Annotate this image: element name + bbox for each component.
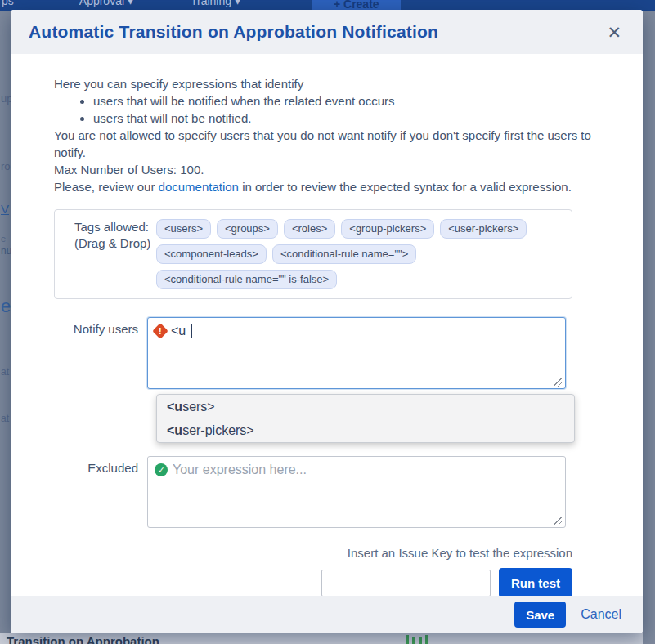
notify-users-label: Notify users <box>54 317 147 389</box>
tag-chip-groups[interactable]: <groups> <box>217 219 278 239</box>
match-rest: ser-pickers> <box>182 423 254 437</box>
resize-handle-icon[interactable] <box>554 378 563 387</box>
intro-line-4-post: in order to review the expected syntax f… <box>239 180 572 194</box>
match-prefix: <u <box>167 400 182 414</box>
issue-key-input[interactable] <box>321 570 491 597</box>
intro-line-3: Max Number of Users: 100. <box>54 161 616 178</box>
excluded-textarea[interactable]: ✓ Your expression here... <box>147 456 566 528</box>
error-icon: ! <box>152 323 168 339</box>
tags-label-line1: Tags allowed: <box>74 219 156 235</box>
navbar-menu-approval: Approval ▾ <box>79 0 133 7</box>
dialog-header: Automatic Transition on Approbation Noti… <box>11 10 643 54</box>
success-check-icon: ✓ <box>155 463 168 476</box>
page-bottom-title: Transition on Approbation <box>7 634 159 644</box>
tag-chip-roles[interactable]: <roles> <box>284 219 335 239</box>
navbar-menu-training: Training ▾ <box>191 0 240 7</box>
tag-chip-conditional-rule[interactable]: <conditional-rule name=""> <box>272 244 416 264</box>
tags-label-line2: (Drag & Drop) <box>74 235 156 252</box>
autocomplete-dropdown: <users> <user-pickers> <box>156 394 575 443</box>
intro-bullet: users that will be notified when the rel… <box>93 92 616 110</box>
intro-line-4: Please, review our documentation in orde… <box>54 178 616 195</box>
cancel-link[interactable]: Cancel <box>581 607 621 622</box>
page-fragment: at <box>1 413 9 424</box>
match-prefix: <u <box>167 423 182 437</box>
page-fragment: e <box>1 234 6 244</box>
intro-line-4-pre: Please, review our <box>54 180 159 194</box>
excluded-placeholder: Your expression here... <box>173 463 307 477</box>
run-test-button[interactable]: Run test <box>499 568 572 596</box>
tag-chip-component-leads[interactable]: <component-leads> <box>156 244 267 264</box>
test-row: Run test <box>54 568 572 596</box>
tags-allowed-box: Tags allowed: (Drag & Drop) <users> <gro… <box>54 209 572 299</box>
excluded-row: Excluded ✓ Your expression here... <box>54 456 616 528</box>
tag-chip-conditional-rule-is-false[interactable]: <conditional-rule name="" is-false> <box>156 270 337 289</box>
page-fragment: nu <box>1 245 11 257</box>
tag-chip-users[interactable]: <users> <box>156 219 211 239</box>
dialog-body: Here you can specify expressions that id… <box>11 54 643 596</box>
intro-line-1: Here you can specify expressions that id… <box>54 75 616 92</box>
page-fragment: ro <box>1 160 11 172</box>
tag-chip-group-pickers[interactable]: <group-pickers> <box>341 219 434 239</box>
page-fragment: up <box>1 92 11 105</box>
page-fragment: V <box>1 202 9 216</box>
intro-bullets: users that will be notified when the rel… <box>93 92 616 127</box>
excluded-label: Excluded <box>54 456 147 528</box>
tag-chip-list: <users> <groups> <roles> <group-pickers>… <box>156 219 562 289</box>
autocomplete-option-users[interactable]: <users> <box>157 395 574 418</box>
page-left-fragments: up ro V e nu e at at <box>0 0 11 644</box>
page-bottom-row: Transition on Approbation <box>0 633 643 644</box>
notification-dialog: Automatic Transition on Approbation Noti… <box>11 10 643 633</box>
page-fragment: e <box>1 296 11 317</box>
tags-allowed-label: Tags allowed: (Drag & Drop) <box>65 219 156 289</box>
autocomplete-option-user-pickers[interactable]: <user-pickers> <box>157 418 574 442</box>
notify-users-textarea[interactable]: ! <u <box>147 317 566 389</box>
tag-chip-user-pickers[interactable]: <user-pickers> <box>440 219 527 239</box>
test-caption: Insert an Issue Key to test the expressi… <box>54 546 572 560</box>
dialog-title: Automatic Transition on Approbation Noti… <box>29 22 438 42</box>
intro-text: Here you can specify expressions that id… <box>54 75 616 195</box>
status-green-icon <box>406 635 428 644</box>
dialog-footer: Save Cancel <box>11 596 643 633</box>
match-rest: sers> <box>182 400 215 414</box>
resize-handle-icon[interactable] <box>554 517 563 525</box>
intro-line-2: You are not allowed to specify users tha… <box>54 127 616 161</box>
notify-users-row: Notify users ! <u <box>54 317 616 389</box>
documentation-link[interactable]: documentation <box>159 180 239 194</box>
page-fragment: at <box>1 366 9 378</box>
intro-bullet: users that will not be notified. <box>93 110 616 127</box>
notify-users-value: <u <box>171 324 186 338</box>
close-icon[interactable]: ✕ <box>607 24 621 41</box>
save-button[interactable]: Save <box>514 602 566 628</box>
text-caret <box>191 324 192 338</box>
